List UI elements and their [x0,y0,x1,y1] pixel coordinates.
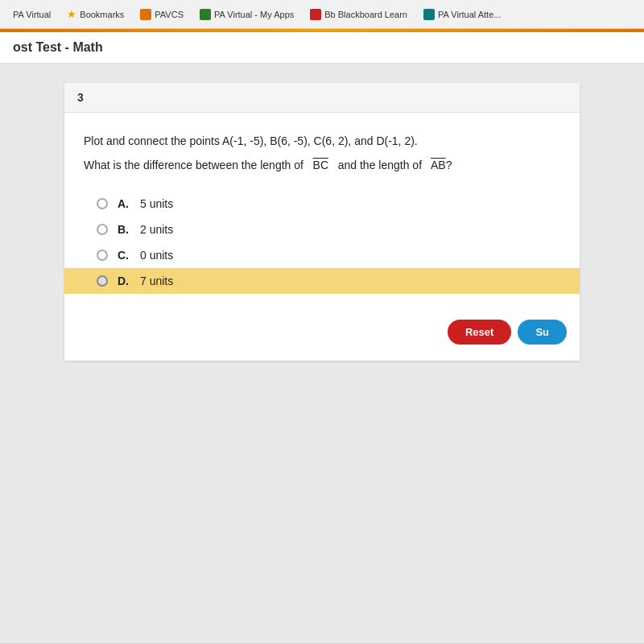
question-sub-text: What is the difference between the lengt… [84,159,303,171]
radio-a[interactable] [97,198,108,209]
tab-bookmarks[interactable]: ★ Bookmarks [60,5,130,23]
tab-label: PA Virtual - My Apps [214,10,294,19]
tab-pa-virtual[interactable]: PA Virtual [6,6,57,23]
pa-att-icon [423,9,435,20]
question-text-line1: Plot and connect the points A(-1, -5), B… [84,132,560,150]
page-title-bar: ost Test - Math [0,32,644,64]
radio-c[interactable] [97,250,108,261]
bc-label-space [307,159,310,171]
radio-b[interactable] [97,224,108,235]
star-icon: ★ [67,8,76,20]
option-b-text: 2 units [140,223,173,236]
question-number: 3 [77,91,84,104]
question-text-line2: What is the difference between the lengt… [84,156,560,174]
options-list: A. 5 units B. 2 units C. 0 units D. 7 un [84,191,560,294]
question-end: ? [446,159,452,171]
ab-label: AB [431,159,446,171]
tab-pa-virtual-apps[interactable]: PA Virtual - My Apps [193,6,300,23]
option-a-text: 5 units [140,197,173,210]
option-b-letter: B. [118,223,130,236]
tab-blackboard[interactable]: Bb Blackboard Learn [303,6,414,23]
option-a-letter: A. [118,197,130,210]
option-a[interactable]: A. 5 units [97,191,560,217]
option-c-letter: C. [118,249,130,262]
option-d-letter: D. [118,275,130,287]
reset-button[interactable]: Reset [448,320,511,345]
radio-d[interactable] [97,275,108,287]
and-text-val: and the length of [338,159,422,171]
pa-apps-icon [200,9,211,20]
browser-tab-bar: PA Virtual ★ Bookmarks PAVCS PA Virtual … [0,0,644,29]
tab-label: PAVCS [155,10,184,19]
option-d-text: 7 units [140,275,173,287]
question-card: 3 Plot and connect the points A(-1, -5),… [64,83,580,361]
page-title: ost Test - Math [13,40,103,54]
bc-label: BC [313,159,328,171]
tab-pavcs[interactable]: PAVCS [134,6,190,23]
option-c[interactable]: C. 0 units [97,242,560,268]
tab-label: PA Virtual Atte... [438,10,501,19]
option-d[interactable]: D. 7 units [64,268,580,294]
question-number-bar: 3 [64,83,580,113]
main-content: 3 Plot and connect the points A(-1, -5),… [0,64,644,643]
tab-label: Bb Blackboard Learn [324,10,407,19]
submit-button[interactable]: Su [518,320,567,345]
pavcs-icon [140,9,151,20]
option-c-text: 0 units [140,249,173,262]
tab-pa-virtual-att[interactable]: PA Virtual Atte... [417,6,507,23]
ab-label-space [425,159,428,171]
tab-label: PA Virtual [13,10,51,19]
option-b[interactable]: B. 2 units [97,217,560,242]
action-area: Reset Su [64,307,580,361]
tab-label: Bookmarks [80,10,124,19]
and-text [332,159,335,171]
blackboard-icon [310,9,321,20]
question-body: Plot and connect the points A(-1, -5), B… [64,113,580,307]
